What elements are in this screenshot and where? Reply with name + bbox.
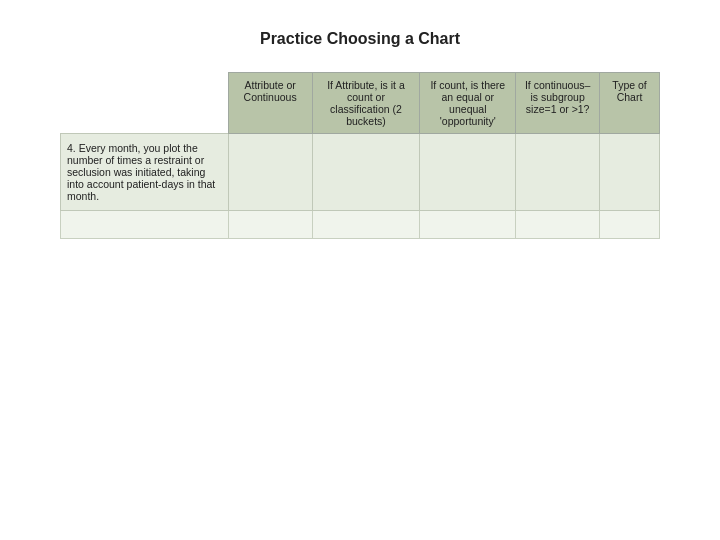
page-title: Practice Choosing a Chart [60,30,660,48]
header-if-count: If count, is there an equal or unequal '… [420,73,516,134]
row-if-cont [516,134,600,211]
table-header-row: Attribute or Continuous If Attribute, is… [61,73,660,134]
empty-if-attr [312,211,420,239]
table-row: 4. Every month, you plot the number of t… [61,134,660,211]
header-type: Type of Chart [600,73,660,134]
row-if-attr [312,134,420,211]
row-type [600,134,660,211]
header-if-attribute: If Attribute, is it a count or classific… [312,73,420,134]
empty-if-cont [516,211,600,239]
header-empty [61,73,229,134]
empty-attr [228,211,312,239]
row-label: 4. Every month, you plot the number of t… [61,134,229,211]
row-attr [228,134,312,211]
header-if-continuous: If continuous– is subgroup size=1 or >1? [516,73,600,134]
page-container: Practice Choosing a Chart Attribute or C… [0,0,720,540]
empty-if-count [420,211,516,239]
empty-label [61,211,229,239]
empty-type [600,211,660,239]
header-attribute: Attribute or Continuous [228,73,312,134]
table-row-empty [61,211,660,239]
chart-table: Attribute or Continuous If Attribute, is… [60,72,660,239]
row-if-count [420,134,516,211]
